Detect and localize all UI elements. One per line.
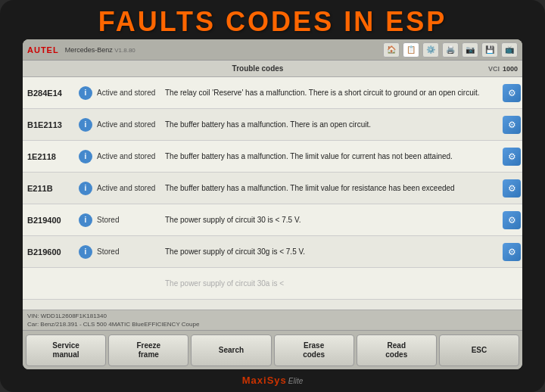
fault-desc: The power supply of circuit 30g is < 7.5… bbox=[162, 245, 501, 258]
gear-icon[interactable]: ⚙ bbox=[503, 84, 521, 102]
fault-code: B219600 bbox=[23, 246, 77, 258]
fault-desc: The buffer battery has a malfunction. Th… bbox=[162, 182, 501, 194]
nav-list-icon[interactable]: 📋 bbox=[403, 42, 419, 58]
maxisys-logo: MaxiSys bbox=[242, 375, 287, 386]
fault-desc: The power supply of circuit 30 is < 7.5 … bbox=[162, 213, 501, 226]
car-model: Mercedes-Benz V1.8.80 bbox=[65, 46, 383, 54]
fault-status: Active and stored bbox=[94, 87, 162, 98]
fault-code: B284E14 bbox=[23, 87, 77, 99]
tablet-screen: AUTEL Mercedes-Benz V1.8.80 🏠 📋 ⚙️ 🖨️ 📷 … bbox=[23, 39, 522, 369]
fault-icon: i bbox=[77, 86, 94, 100]
fault-status: Active and stored bbox=[94, 151, 162, 162]
gear-icon[interactable]: ⚙ bbox=[503, 179, 521, 198]
table-row: B219400 i Stored The power supply of cir… bbox=[23, 204, 522, 236]
gear-icon[interactable]: ⚙ bbox=[503, 148, 521, 166]
fault-action[interactable]: ⚙ bbox=[501, 211, 522, 229]
fault-desc: The power supply of circuit 30a is < bbox=[162, 277, 501, 290]
nav-home-icon[interactable]: 🏠 bbox=[383, 42, 400, 58]
top-bar: AUTEL Mercedes-Benz V1.8.80 🏠 📋 ⚙️ 🖨️ 📷 … bbox=[23, 39, 522, 61]
table-row: B1E2113 i Active and stored The buffer b… bbox=[23, 109, 522, 141]
page-title: FAULTS CODES IN ESP bbox=[0, 6, 545, 38]
nav-save-icon[interactable]: 💾 bbox=[481, 42, 498, 58]
tablet-frame: FAULTS CODES IN ESP AUTEL Mercedes-Benz … bbox=[0, 0, 545, 392]
fault-status: Stored bbox=[94, 214, 162, 226]
fault-code bbox=[23, 282, 77, 285]
gear-icon[interactable]: ⚙ bbox=[503, 243, 521, 261]
fault-action[interactable]: ⚙ bbox=[501, 84, 522, 102]
fault-action[interactable]: ⚙ bbox=[501, 148, 522, 166]
fault-action[interactable]: ⚙ bbox=[501, 179, 522, 198]
table-row: 1E2118 i Active and stored The buffer ba… bbox=[23, 141, 522, 173]
fault-table: B284E14 i Active and stored The relay co… bbox=[23, 77, 522, 310]
fault-desc: The relay coil 'Reserve' has a malfuncti… bbox=[162, 86, 501, 99]
fault-status: Active and stored bbox=[94, 119, 162, 130]
table-row: E211B i Active and stored The buffer bat… bbox=[23, 173, 522, 204]
vcl-badge: VCI bbox=[488, 65, 500, 73]
fault-icon: i bbox=[77, 213, 94, 227]
table-row: The power supply of circuit 30a is < bbox=[23, 268, 522, 300]
fault-code: 1E2118 bbox=[23, 151, 77, 163]
table-row: B219600 i Stored The power supply of cir… bbox=[23, 236, 522, 268]
vin-line1: VIN: WDD1L2608F1K181340 bbox=[27, 312, 518, 320]
vin-bar: VIN: WDD1L2608F1K181340 Car: Benz/218.39… bbox=[23, 310, 522, 330]
erase-codes-button[interactable]: Erasecodes bbox=[274, 334, 354, 366]
section-header: Trouble codes VCI 1000 bbox=[23, 61, 522, 77]
fault-icon: i bbox=[77, 150, 94, 163]
count-badge: 1000 bbox=[503, 65, 518, 73]
esc-button[interactable]: ESC bbox=[439, 334, 519, 366]
fault-desc: The buffer battery has a malfunction. Th… bbox=[162, 118, 501, 131]
maxisys-suffix: Elite bbox=[288, 377, 303, 385]
nav-camera-icon[interactable]: 📷 bbox=[462, 42, 478, 58]
fault-code: E211B bbox=[23, 182, 77, 194]
fault-code: B1E2113 bbox=[23, 119, 77, 131]
fault-action[interactable]: ⚙ bbox=[501, 243, 522, 261]
section-title: Trouble codes bbox=[27, 64, 488, 73]
fault-status: Active and stored bbox=[94, 182, 162, 194]
nav-screen-icon[interactable]: 📺 bbox=[501, 42, 518, 58]
autel-logo: AUTEL bbox=[27, 45, 59, 54]
fault-icon: i bbox=[77, 182, 94, 195]
fault-desc: The buffer battery has a malfunction. Th… bbox=[162, 150, 501, 163]
fault-icon: i bbox=[77, 118, 94, 132]
bottom-bar: Servicemanual Freezeframe Search Eraseco… bbox=[23, 330, 522, 369]
table-row: B284E14 i Active and stored The relay co… bbox=[23, 77, 522, 109]
nav-settings-icon[interactable]: ⚙️ bbox=[422, 42, 439, 58]
service-manual-button[interactable]: Servicemanual bbox=[26, 334, 106, 366]
freeze-frame-button[interactable]: Freezeframe bbox=[108, 334, 188, 366]
nav-print-icon[interactable]: 🖨️ bbox=[442, 42, 459, 58]
vin-line2: Car: Benz/218.391 - CLS 500 4MATIC BlueE… bbox=[27, 320, 518, 328]
fault-status: Stored bbox=[94, 246, 162, 257]
fault-code: B219400 bbox=[23, 214, 77, 226]
read-codes-button[interactable]: Readcodes bbox=[357, 334, 437, 366]
fault-icon: i bbox=[77, 245, 94, 259]
search-button[interactable]: Search bbox=[191, 334, 271, 366]
fault-status bbox=[94, 282, 162, 285]
gear-icon[interactable]: ⚙ bbox=[503, 116, 521, 134]
nav-icons: 🏠 📋 ⚙️ 🖨️ 📷 💾 📺 bbox=[383, 42, 518, 58]
gear-icon[interactable]: ⚙ bbox=[503, 211, 521, 229]
fault-action[interactable]: ⚙ bbox=[501, 116, 522, 134]
